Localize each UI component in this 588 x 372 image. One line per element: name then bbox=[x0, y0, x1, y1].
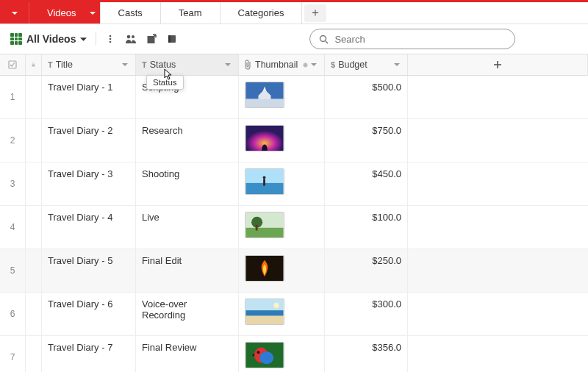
toolbar: All Videos bbox=[0, 24, 588, 54]
row-lock-cell bbox=[26, 76, 42, 118]
chevron-down-icon[interactable] bbox=[122, 62, 129, 68]
svg-point-12 bbox=[304, 62, 308, 67]
grid-view-icon bbox=[10, 33, 22, 45]
thumbnail-cell[interactable] bbox=[239, 206, 325, 248]
status-cell[interactable]: Final Edit bbox=[136, 249, 239, 292]
column-label: Budget bbox=[338, 60, 394, 70]
gear-icon bbox=[303, 62, 308, 68]
search-input[interactable] bbox=[334, 34, 506, 45]
title-cell[interactable]: Travel Diary - 5 bbox=[42, 249, 136, 292]
row-number: 7 bbox=[0, 336, 26, 372]
thumbnail-cell[interactable] bbox=[239, 119, 325, 162]
notebook-button[interactable] bbox=[164, 31, 180, 47]
thumbnail-image bbox=[245, 168, 284, 195]
status-cell[interactable]: Research bbox=[136, 119, 239, 162]
share-users-button[interactable] bbox=[123, 31, 139, 47]
text-type-icon: T bbox=[48, 60, 53, 69]
cursor-pointer-icon bbox=[164, 68, 174, 82]
empty-cell bbox=[408, 206, 588, 248]
table-row[interactable]: 1Travel Diary - 1Scripting$500.0 bbox=[0, 76, 588, 119]
tab-dropdown-icon[interactable] bbox=[90, 10, 96, 16]
status-cell[interactable]: Final Review bbox=[136, 336, 239, 372]
column-header-select[interactable] bbox=[0, 54, 26, 75]
budget-cell[interactable]: $100.0 bbox=[325, 206, 408, 248]
svg-point-4 bbox=[132, 35, 135, 38]
budget-cell[interactable]: $300.0 bbox=[325, 293, 408, 335]
thumbnail-image bbox=[245, 125, 284, 151]
table-row[interactable]: 4Travel Diary - 4Live$100.0 bbox=[0, 206, 588, 249]
svg-point-2 bbox=[110, 41, 112, 43]
thumbnail-cell[interactable] bbox=[239, 336, 325, 372]
svg-point-3 bbox=[127, 35, 131, 39]
thumbnail-cell[interactable] bbox=[239, 249, 325, 292]
title-cell[interactable]: Travel Diary - 7 bbox=[42, 336, 136, 372]
tab-bar: Videos Casts Team Categories ＋ bbox=[0, 2, 588, 24]
title-cell[interactable]: Travel Diary - 6 bbox=[42, 293, 136, 335]
text-type-icon: T bbox=[142, 60, 147, 69]
search-container bbox=[309, 29, 515, 49]
title-cell[interactable]: Travel Diary - 4 bbox=[42, 206, 136, 248]
chevron-down-icon[interactable] bbox=[394, 62, 401, 68]
row-number: 2 bbox=[0, 119, 26, 162]
svg-line-9 bbox=[326, 41, 328, 43]
table-row[interactable]: 5Travel Diary - 5Final Edit$250.0 bbox=[0, 249, 588, 293]
title-cell[interactable]: Travel Diary - 3 bbox=[42, 162, 136, 205]
table-row[interactable]: 2Travel Diary - 2Research$750.0 bbox=[0, 119, 588, 162]
table-row[interactable]: 6Travel Diary - 6Voice-over Recording$30… bbox=[0, 293, 588, 336]
row-number: 5 bbox=[0, 249, 26, 292]
budget-cell[interactable]: $500.0 bbox=[325, 76, 408, 118]
tab-team[interactable]: Team bbox=[161, 2, 220, 24]
svg-point-36 bbox=[259, 351, 273, 364]
add-tab-button[interactable]: ＋ bbox=[304, 4, 326, 22]
column-header-budget[interactable]: $ Budget bbox=[325, 54, 408, 75]
table-row[interactable]: 3Travel Diary - 3Shooting$450.0 bbox=[0, 162, 588, 206]
chevron-down-icon[interactable] bbox=[225, 62, 232, 68]
export-button[interactable] bbox=[143, 31, 159, 47]
budget-cell[interactable]: $450.0 bbox=[325, 162, 408, 205]
table-row[interactable]: 7Travel Diary - 7Final Review$356.0 bbox=[0, 336, 588, 372]
empty-cell bbox=[408, 119, 588, 162]
budget-cell[interactable]: $250.0 bbox=[325, 249, 408, 292]
row-number: 3 bbox=[0, 162, 26, 205]
grid-header: T Title T Status Status Thumbnail $ Budg… bbox=[0, 54, 588, 76]
thumbnail-cell[interactable] bbox=[239, 162, 325, 205]
view-selector[interactable]: All Videos bbox=[7, 30, 90, 48]
empty-cell bbox=[408, 76, 588, 118]
status-cell[interactable]: Live bbox=[136, 206, 239, 248]
column-header-lock[interactable] bbox=[26, 54, 42, 75]
empty-cell bbox=[408, 293, 588, 335]
chevron-down-icon[interactable] bbox=[311, 62, 318, 68]
column-header-title[interactable]: T Title bbox=[42, 54, 136, 75]
svg-rect-25 bbox=[246, 212, 284, 228]
svg-point-0 bbox=[110, 35, 112, 37]
budget-cell[interactable]: $356.0 bbox=[325, 336, 408, 372]
column-header-status[interactable]: T Status Status bbox=[136, 54, 239, 75]
row-lock-cell bbox=[26, 162, 42, 205]
title-cell[interactable]: Travel Diary - 2 bbox=[42, 119, 136, 162]
view-name-label: All Videos bbox=[26, 33, 76, 45]
budget-cell[interactable]: $750.0 bbox=[325, 119, 408, 162]
more-options-button[interactable] bbox=[102, 31, 118, 47]
svg-rect-7 bbox=[168, 35, 171, 43]
currency-type-icon: $ bbox=[331, 60, 335, 69]
tab-menu-button[interactable] bbox=[0, 2, 29, 24]
tab-videos[interactable]: Videos bbox=[29, 2, 101, 24]
title-cell[interactable]: Travel Diary - 1 bbox=[42, 76, 136, 118]
thumbnail-cell[interactable] bbox=[239, 293, 325, 335]
thumbnail-cell[interactable] bbox=[239, 76, 325, 118]
search-box[interactable] bbox=[309, 29, 515, 49]
search-icon bbox=[319, 35, 329, 44]
tab-categories[interactable]: Categories bbox=[220, 2, 303, 24]
grid-body[interactable]: 1Travel Diary - 1Scripting$500.02Travel … bbox=[0, 76, 588, 372]
status-cell[interactable]: Shooting bbox=[136, 162, 239, 205]
attachment-icon bbox=[245, 60, 252, 70]
column-header-thumbnail[interactable]: Thumbnail bbox=[239, 54, 325, 75]
add-column-button[interactable] bbox=[408, 54, 588, 75]
empty-cell bbox=[408, 249, 588, 292]
svg-point-33 bbox=[273, 303, 279, 309]
row-number: 6 bbox=[0, 293, 26, 335]
svg-point-8 bbox=[320, 35, 326, 41]
tab-casts[interactable]: Casts bbox=[101, 2, 161, 24]
svg-rect-23 bbox=[263, 179, 265, 185]
status-cell[interactable]: Voice-over Recording bbox=[136, 293, 239, 335]
